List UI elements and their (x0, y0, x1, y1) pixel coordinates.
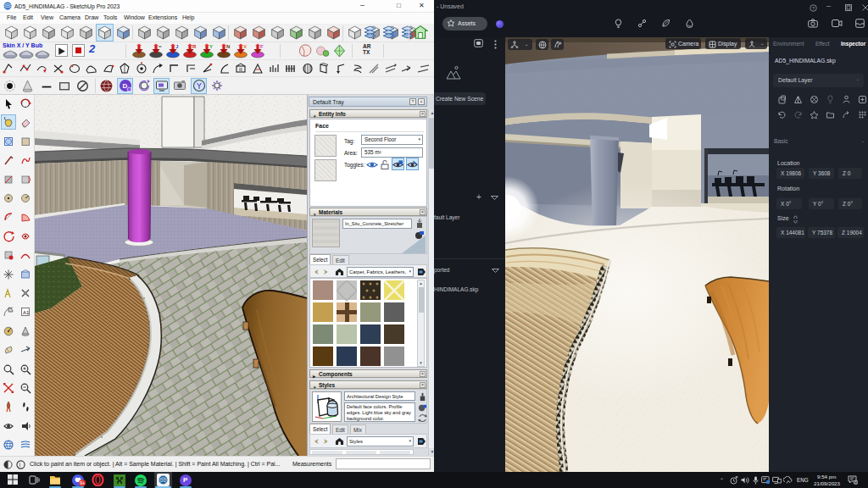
svg-text:i: i (19, 462, 20, 468)
svg-text:R: R (192, 44, 197, 49)
svg-text:A1: A1 (23, 310, 30, 315)
svg-text:X: X (243, 44, 247, 49)
svg-text:=: = (159, 44, 162, 49)
svg-text:J: J (175, 44, 178, 49)
svg-text:Y: Y (209, 44, 213, 49)
svg-text:F: F (260, 44, 264, 49)
svg-text:?: ? (812, 6, 815, 11)
svg-text:N: N (226, 44, 230, 49)
svg-text:D: D (123, 82, 128, 90)
